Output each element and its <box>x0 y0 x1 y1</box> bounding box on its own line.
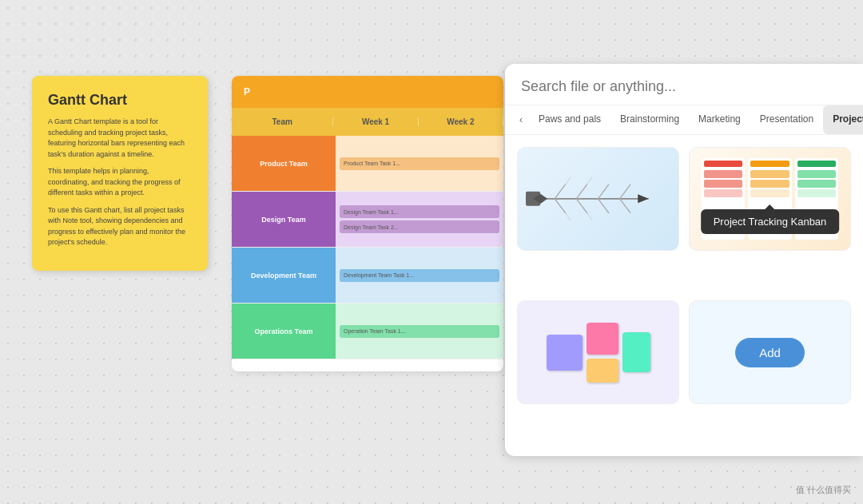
kanban-col-3 <box>795 158 838 240</box>
gantt-row-design: Design Team Design Team Task 1... Design… <box>232 192 503 248</box>
row-label-design: Design Team <box>232 192 336 247</box>
svg-line-13 <box>587 177 592 185</box>
gantt-row-product: Product Team Product Team Task 1... <box>232 136 503 192</box>
row-content-design: Design Team Task 1... Design Team Task 2… <box>336 192 503 247</box>
kanban-col2-header <box>750 161 789 167</box>
sticky-notes-stack <box>587 323 618 383</box>
gantt-row-development: Development Team Development Team Task 1… <box>232 248 503 304</box>
row-label-operations: Operations Team <box>232 304 336 359</box>
svg-line-9 <box>620 185 631 199</box>
right-panel: ‹ Paws and pals Brainstorming Marketing … <box>505 64 863 456</box>
svg-line-6 <box>576 199 587 213</box>
gantt-card-para2: This template helps in planning, coordin… <box>48 166 192 199</box>
tab-presentation[interactable]: Presentation <box>750 105 823 134</box>
kanban-task-3 <box>704 189 742 197</box>
template-kanban[interactable]: Project Tracking Kanban <box>689 147 851 251</box>
svg-line-4 <box>555 199 566 213</box>
gantt-card-para1: A Gantt Chart template is a tool for sch… <box>48 117 192 160</box>
kanban-task-6 <box>750 189 789 197</box>
col-week2: Week 2 <box>419 117 503 126</box>
kanban-task-9 <box>797 189 836 197</box>
task-bar-dev-1: Development Team Task 1... <box>340 269 499 282</box>
svg-line-10 <box>620 199 631 213</box>
gantt-chart-visual: P Team Week 1 Week 2 Product Team Produc… <box>232 76 503 371</box>
kanban-task-1 <box>704 170 742 178</box>
add-button[interactable]: Add <box>735 338 805 367</box>
kanban-task-2 <box>704 180 742 188</box>
row-content-operations: Operation Team Task 1... <box>336 304 503 359</box>
svg-line-5 <box>576 185 587 199</box>
row-content-development: Development Team Task 1... <box>336 248 503 303</box>
kanban-col-2 <box>748 158 791 240</box>
col-team: Team <box>232 117 333 126</box>
kanban-task-7 <box>797 170 836 178</box>
gantt-row-operations: Operations Team Operation Team Task 1... <box>232 304 503 359</box>
task-bar-product-1: Product Team Task 1... <box>340 157 499 170</box>
tabs-arrow-left[interactable]: ‹ <box>513 108 529 132</box>
svg-line-7 <box>598 185 609 199</box>
template-add[interactable]: Add <box>689 300 851 404</box>
search-bar <box>505 64 863 105</box>
sticky-note-pink <box>587 323 618 355</box>
task-bar-design-1: Design Team Task 1... <box>340 205 499 218</box>
svg-line-3 <box>555 185 566 199</box>
kanban-col1-header <box>704 161 742 167</box>
gantt-col-headers: Team Week 1 Week 2 <box>232 108 503 136</box>
template-fishbone[interactable] <box>517 147 679 251</box>
gantt-description-card: Gantt Chart A Gantt Chart template is a … <box>32 76 208 271</box>
col-week1: Week 1 <box>333 117 418 126</box>
kanban-mini-visual <box>702 158 838 240</box>
gantt-card-para3: To use this Gantt chart, list all projec… <box>48 205 192 248</box>
svg-line-12 <box>566 213 571 220</box>
kanban-task-4 <box>750 170 789 178</box>
gantt-card-title: Gantt Chart <box>48 92 192 109</box>
template-sticky[interactable] <box>517 300 679 404</box>
svg-marker-1 <box>638 195 649 204</box>
gantt-header: P <box>232 76 503 108</box>
tab-project-ma[interactable]: Project Ma... <box>823 105 863 134</box>
svg-line-11 <box>566 177 571 185</box>
sticky-note-purple <box>547 335 583 371</box>
tab-paws-and-pals[interactable]: Paws and pals <box>529 105 610 134</box>
svg-line-14 <box>587 213 592 220</box>
fishbone-diagram-svg <box>526 163 670 235</box>
sticky-note-green <box>622 332 650 372</box>
kanban-task-5 <box>750 180 789 188</box>
watermark: 值 什么值得买 <box>796 484 851 496</box>
kanban-task-8 <box>797 180 836 188</box>
tab-brainstorming[interactable]: Brainstorming <box>610 105 689 134</box>
svg-line-8 <box>598 199 609 213</box>
task-bar-ops-1: Operation Team Task 1... <box>340 325 499 338</box>
kanban-col3-header <box>797 161 836 167</box>
row-label-product: Product Team <box>232 136 336 191</box>
tab-marketing[interactable]: Marketing <box>689 105 750 134</box>
tabs-bar: ‹ Paws and pals Brainstorming Marketing … <box>505 105 863 135</box>
sticky-note-yellow <box>587 359 618 383</box>
search-input[interactable] <box>521 78 847 95</box>
task-bar-design-2: Design Team Task 2... <box>340 220 499 233</box>
kanban-col-1 <box>702 158 745 240</box>
templates-grid: Project Tracking Kanban Add <box>505 135 863 456</box>
row-label-development: Development Team <box>232 248 336 303</box>
row-content-product: Product Team Task 1... <box>336 136 503 191</box>
